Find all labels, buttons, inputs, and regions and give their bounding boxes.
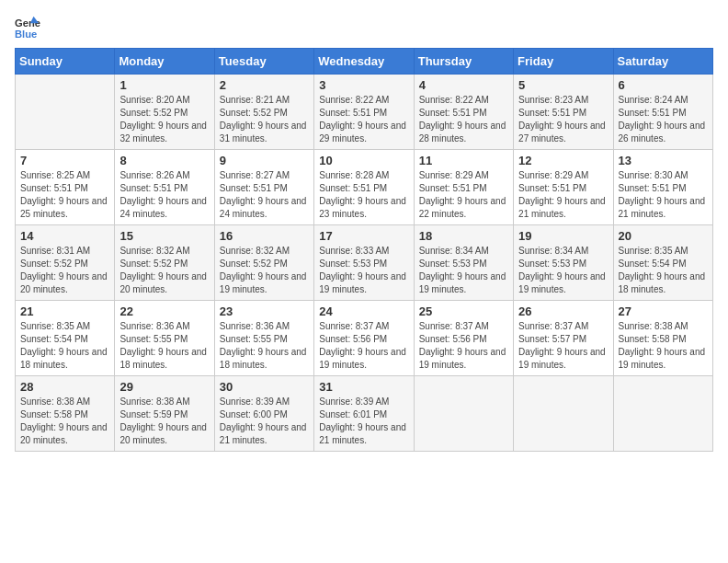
day-number: 12 <box>518 154 608 167</box>
header-day-friday: Friday <box>514 49 613 75</box>
day-number: 31 <box>319 380 408 394</box>
calendar-cell: 28Sunrise: 8:38 AMSunset: 5:58 PMDayligh… <box>16 376 115 452</box>
day-number: 9 <box>220 154 309 167</box>
cell-info: Sunrise: 8:22 AMSunset: 5:51 PMDaylight:… <box>319 94 408 145</box>
cell-info: Sunrise: 8:20 AMSunset: 5:52 PMDaylight:… <box>119 94 209 145</box>
logo-icon: General Blue <box>15 15 40 40</box>
day-number: 11 <box>419 154 508 167</box>
day-number: 21 <box>20 304 109 318</box>
cell-info: Sunrise: 8:21 AMSunset: 5:52 PMDaylight:… <box>220 94 309 145</box>
day-number: 6 <box>619 78 708 92</box>
header-day-wednesday: Wednesday <box>314 49 414 75</box>
calendar-cell: 3Sunrise: 8:22 AMSunset: 5:51 PMDaylight… <box>314 75 414 150</box>
cell-info: Sunrise: 8:37 AMSunset: 5:56 PMDaylight:… <box>419 320 508 372</box>
day-number: 18 <box>419 229 508 243</box>
day-number: 23 <box>220 304 309 318</box>
cell-info: Sunrise: 8:37 AMSunset: 5:56 PMDaylight:… <box>319 320 408 372</box>
day-number: 30 <box>220 380 309 394</box>
day-number: 29 <box>119 380 209 394</box>
calendar-cell: 31Sunrise: 8:39 AMSunset: 6:01 PMDayligh… <box>314 376 414 452</box>
day-number: 8 <box>119 154 209 167</box>
day-number: 20 <box>619 229 708 243</box>
calendar-cell: 8Sunrise: 8:26 AMSunset: 5:51 PMDaylight… <box>115 150 214 225</box>
cell-info: Sunrise: 8:34 AMSunset: 5:53 PMDaylight:… <box>518 245 608 296</box>
cell-info: Sunrise: 8:35 AMSunset: 5:54 PMDaylight:… <box>20 320 109 372</box>
svg-text:Blue: Blue <box>15 29 37 40</box>
calendar-cell <box>514 376 613 452</box>
cell-info: Sunrise: 8:38 AMSunset: 5:58 PMDaylight:… <box>20 396 109 447</box>
calendar-week-row: 7Sunrise: 8:25 AMSunset: 5:51 PMDaylight… <box>16 150 713 225</box>
calendar-cell: 20Sunrise: 8:35 AMSunset: 5:54 PMDayligh… <box>613 225 712 301</box>
calendar-cell <box>16 75 115 150</box>
day-number: 19 <box>518 229 608 243</box>
calendar-table: SundayMondayTuesdayWednesdayThursdayFrid… <box>15 48 713 452</box>
header: General Blue <box>15 15 713 40</box>
calendar-cell: 16Sunrise: 8:32 AMSunset: 5:52 PMDayligh… <box>214 225 313 301</box>
day-number: 1 <box>119 78 209 92</box>
calendar-week-row: 14Sunrise: 8:31 AMSunset: 5:52 PMDayligh… <box>16 225 713 301</box>
day-number: 7 <box>20 154 109 167</box>
calendar-cell <box>613 376 712 452</box>
calendar-cell: 27Sunrise: 8:38 AMSunset: 5:58 PMDayligh… <box>613 301 712 376</box>
header-day-sunday: Sunday <box>16 49 115 75</box>
day-number: 16 <box>220 229 309 243</box>
cell-info: Sunrise: 8:27 AMSunset: 5:51 PMDaylight:… <box>220 169 309 221</box>
calendar-week-row: 28Sunrise: 8:38 AMSunset: 5:58 PMDayligh… <box>16 376 713 452</box>
calendar-cell: 7Sunrise: 8:25 AMSunset: 5:51 PMDaylight… <box>16 150 115 225</box>
calendar-cell: 21Sunrise: 8:35 AMSunset: 5:54 PMDayligh… <box>16 301 115 376</box>
cell-info: Sunrise: 8:28 AMSunset: 5:51 PMDaylight:… <box>319 169 408 221</box>
calendar-cell: 13Sunrise: 8:30 AMSunset: 5:51 PMDayligh… <box>613 150 712 225</box>
cell-info: Sunrise: 8:39 AMSunset: 6:01 PMDaylight:… <box>319 396 408 447</box>
cell-info: Sunrise: 8:25 AMSunset: 5:51 PMDaylight:… <box>20 169 109 221</box>
calendar-cell: 23Sunrise: 8:36 AMSunset: 5:55 PMDayligh… <box>214 301 313 376</box>
cell-info: Sunrise: 8:39 AMSunset: 6:00 PMDaylight:… <box>220 396 309 447</box>
calendar-week-row: 21Sunrise: 8:35 AMSunset: 5:54 PMDayligh… <box>16 301 713 376</box>
header-day-monday: Monday <box>115 49 214 75</box>
cell-info: Sunrise: 8:30 AMSunset: 5:51 PMDaylight:… <box>619 169 708 221</box>
day-number: 22 <box>119 304 209 318</box>
day-number: 10 <box>319 154 408 167</box>
cell-info: Sunrise: 8:26 AMSunset: 5:51 PMDaylight:… <box>119 169 209 221</box>
day-number: 4 <box>419 78 508 92</box>
header-day-saturday: Saturday <box>613 49 712 75</box>
calendar-week-row: 1Sunrise: 8:20 AMSunset: 5:52 PMDaylight… <box>16 75 713 150</box>
day-number: 3 <box>319 78 408 92</box>
cell-info: Sunrise: 8:36 AMSunset: 5:55 PMDaylight:… <box>220 320 309 372</box>
calendar-cell: 4Sunrise: 8:22 AMSunset: 5:51 PMDaylight… <box>414 75 513 150</box>
calendar-cell: 18Sunrise: 8:34 AMSunset: 5:53 PMDayligh… <box>414 225 513 301</box>
cell-info: Sunrise: 8:24 AMSunset: 5:51 PMDaylight:… <box>619 94 708 145</box>
cell-info: Sunrise: 8:31 AMSunset: 5:52 PMDaylight:… <box>20 245 109 296</box>
logo: General Blue <box>15 15 44 40</box>
day-number: 5 <box>518 78 608 92</box>
calendar-cell: 17Sunrise: 8:33 AMSunset: 5:53 PMDayligh… <box>314 225 414 301</box>
day-number: 14 <box>20 229 109 243</box>
calendar-cell: 6Sunrise: 8:24 AMSunset: 5:51 PMDaylight… <box>613 75 712 150</box>
day-number: 26 <box>518 304 608 318</box>
header-day-tuesday: Tuesday <box>214 49 313 75</box>
calendar-cell: 24Sunrise: 8:37 AMSunset: 5:56 PMDayligh… <box>314 301 414 376</box>
day-number: 15 <box>119 229 209 243</box>
header-day-thursday: Thursday <box>414 49 513 75</box>
calendar-cell: 10Sunrise: 8:28 AMSunset: 5:51 PMDayligh… <box>314 150 414 225</box>
cell-info: Sunrise: 8:29 AMSunset: 5:51 PMDaylight:… <box>518 169 608 221</box>
calendar-cell: 19Sunrise: 8:34 AMSunset: 5:53 PMDayligh… <box>514 225 613 301</box>
calendar-cell: 9Sunrise: 8:27 AMSunset: 5:51 PMDaylight… <box>214 150 313 225</box>
cell-info: Sunrise: 8:29 AMSunset: 5:51 PMDaylight:… <box>419 169 508 221</box>
day-number: 27 <box>619 304 708 318</box>
calendar-cell: 12Sunrise: 8:29 AMSunset: 5:51 PMDayligh… <box>514 150 613 225</box>
day-number: 17 <box>319 229 408 243</box>
calendar-cell: 26Sunrise: 8:37 AMSunset: 5:57 PMDayligh… <box>514 301 613 376</box>
day-number: 24 <box>319 304 408 318</box>
cell-info: Sunrise: 8:37 AMSunset: 5:57 PMDaylight:… <box>518 320 608 372</box>
cell-info: Sunrise: 8:23 AMSunset: 5:51 PMDaylight:… <box>518 94 608 145</box>
cell-info: Sunrise: 8:35 AMSunset: 5:54 PMDaylight:… <box>619 245 708 296</box>
cell-info: Sunrise: 8:33 AMSunset: 5:53 PMDaylight:… <box>319 245 408 296</box>
calendar-cell: 22Sunrise: 8:36 AMSunset: 5:55 PMDayligh… <box>115 301 214 376</box>
calendar-cell: 2Sunrise: 8:21 AMSunset: 5:52 PMDaylight… <box>214 75 313 150</box>
calendar-cell: 25Sunrise: 8:37 AMSunset: 5:56 PMDayligh… <box>414 301 513 376</box>
day-number: 2 <box>220 78 309 92</box>
cell-info: Sunrise: 8:38 AMSunset: 5:59 PMDaylight:… <box>119 396 209 447</box>
cell-info: Sunrise: 8:36 AMSunset: 5:55 PMDaylight:… <box>119 320 209 372</box>
day-number: 28 <box>20 380 109 394</box>
cell-info: Sunrise: 8:34 AMSunset: 5:53 PMDaylight:… <box>419 245 508 296</box>
